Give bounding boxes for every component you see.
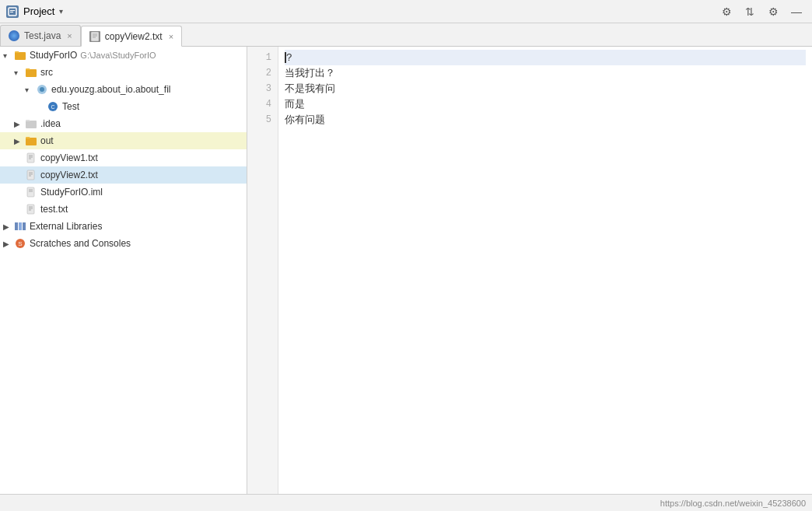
tab-copyview2-txt[interactable]: copyView2.txt × <box>81 26 182 47</box>
svg-rect-14 <box>26 138 37 145</box>
folder-icon-out <box>25 135 37 147</box>
code-editor[interactable]: ? 当我打出？ 不是我有问 而是 你有问题 <box>278 47 812 494</box>
settings-btn[interactable]: ⚙ <box>717 4 736 19</box>
code-text-2: 当我打出？ <box>285 66 335 80</box>
project-icon <box>6 5 19 18</box>
svg-text:S: S <box>18 240 22 247</box>
folder-icon-src <box>25 66 37 79</box>
arrow-out: ▶ <box>14 137 25 145</box>
status-bar: https://blog.csdn.net/weixin_45238600 <box>0 494 812 511</box>
library-icon <box>14 220 26 233</box>
label-test: Test <box>62 101 79 112</box>
sidebar-item-src[interactable]: ▾ src <box>0 64 247 81</box>
sidebar-item-test-java[interactable]: C Test <box>0 98 247 115</box>
label-scratches: Scratches and Consoles <box>30 238 131 249</box>
title-arrow[interactable]: ▾ <box>59 7 63 16</box>
sidebar: ▾ StudyForIO G:\Java\StudyForIO ▾ src ▾ … <box>0 47 247 494</box>
svg-rect-8 <box>26 69 37 77</box>
sidebar-item-iml[interactable]: StudyForIO.iml <box>0 184 247 201</box>
label-copyview1: copyView1.txt <box>40 152 98 163</box>
arrow-studyforio: ▾ <box>3 51 14 60</box>
line-num-3: 3 <box>247 81 278 96</box>
label-src: src <box>40 67 53 78</box>
arrow-scratches: ▶ <box>3 240 14 248</box>
tab-label-test-java: Test.java <box>24 30 61 41</box>
arrow-external-libs: ▶ <box>3 222 14 231</box>
label-idea: .idea <box>40 118 61 129</box>
scratch-icon: S <box>14 237 26 250</box>
code-text-3: 不是我有问 <box>285 82 335 96</box>
editor-area: 1 2 3 4 5 ? 当我打出？ 不是我有问 而是 你有问题 <box>247 47 812 494</box>
sidebar-item-test-txt[interactable]: test.txt <box>0 201 247 218</box>
code-line-1: ? <box>285 50 806 65</box>
path-studyforio: G:\Java\StudyForIO <box>80 51 156 60</box>
title-controls: ⚙ ⇅ ⚙ — <box>717 4 806 19</box>
tab-test-java[interactable]: Test.java × <box>0 25 81 46</box>
svg-point-10 <box>40 87 44 92</box>
label-package: edu.youzg.about_io.about_fil <box>51 84 170 95</box>
code-text-1: ? <box>286 52 292 64</box>
minimize-btn[interactable]: — <box>787 4 806 19</box>
label-iml: StudyForIO.iml <box>40 187 103 198</box>
line-numbers: 1 2 3 4 5 <box>247 47 278 494</box>
gear-btn[interactable]: ⚙ <box>764 4 782 19</box>
label-external-libs: External Libraries <box>30 221 102 232</box>
sidebar-item-scratches[interactable]: ▶ S Scratches and Consoles <box>0 235 247 252</box>
svg-rect-23 <box>27 187 34 197</box>
title-bar: Project ▾ ⚙ ⇅ ⚙ — <box>0 0 812 23</box>
svg-rect-1 <box>10 10 15 11</box>
code-line-2: 当我打出？ <box>285 65 806 81</box>
tab-close-test-java[interactable]: × <box>67 31 72 40</box>
svg-rect-32 <box>23 222 26 230</box>
sidebar-item-external-libs[interactable]: ▶ External Libraries <box>0 218 247 235</box>
svg-rect-15 <box>27 153 34 163</box>
line-num-5: 5 <box>247 112 278 128</box>
svg-rect-3 <box>91 32 99 41</box>
sidebar-item-idea[interactable]: ▶ .idea <box>0 115 247 132</box>
folder-icon-studyforio <box>14 49 26 61</box>
txt-file-icon-1 <box>25 152 37 164</box>
sidebar-item-copyview1[interactable]: copyView1.txt <box>0 149 247 166</box>
label-test-txt: test.txt <box>40 204 68 215</box>
arrow-package: ▾ <box>25 86 36 94</box>
java-icon <box>9 30 19 41</box>
tab-close-copyview2-txt[interactable]: × <box>169 32 173 41</box>
iml-file-icon <box>25 186 37 198</box>
sidebar-item-copyview2[interactable]: copyView2.txt <box>0 166 247 184</box>
sidebar-item-out[interactable]: ▶ out <box>0 132 247 149</box>
svg-rect-2 <box>10 12 13 12</box>
svg-rect-30 <box>15 222 18 230</box>
tab-label-copyview2-txt: copyView2.txt <box>105 31 163 42</box>
java-file-icon: C <box>47 100 59 113</box>
title-text: Project <box>23 5 54 17</box>
code-line-5: 你有问题 <box>285 112 806 128</box>
package-icon <box>36 83 48 96</box>
label-out: out <box>40 135 54 146</box>
main-area: ▾ StudyForIO G:\Java\StudyForIO ▾ src ▾ … <box>0 47 812 494</box>
code-text-5: 你有问题 <box>285 113 325 127</box>
code-line-3: 不是我有问 <box>285 81 806 96</box>
editor-content[interactable]: 1 2 3 4 5 ? 当我打出？ 不是我有问 而是 你有问题 <box>247 47 812 494</box>
txt-file-icon-3 <box>25 203 37 215</box>
line-num-1: 1 <box>247 50 278 65</box>
line-num-4: 4 <box>247 96 278 112</box>
status-text: https://blog.csdn.net/weixin_45238600 <box>660 499 806 508</box>
code-text-4: 而是 <box>285 97 305 111</box>
svg-rect-26 <box>27 205 34 214</box>
label-studyforio: StudyForIO <box>30 50 77 61</box>
tab-bar: Test.java × copyView2.txt × <box>0 23 812 47</box>
sort-btn[interactable]: ⇅ <box>740 4 759 19</box>
label-copyview2: copyView2.txt <box>40 170 98 180</box>
sidebar-item-package[interactable]: ▾ edu.youzg.about_io.about_fil <box>0 81 247 98</box>
arrow-idea: ▶ <box>14 120 25 128</box>
svg-rect-13 <box>26 121 37 128</box>
line-num-2: 2 <box>247 65 278 81</box>
code-line-4: 而是 <box>285 96 806 112</box>
sidebar-item-studyforio[interactable]: ▾ StudyForIO G:\Java\StudyForIO <box>0 47 247 64</box>
folder-icon-idea <box>25 117 37 130</box>
arrow-src: ▾ <box>14 68 25 77</box>
svg-rect-7 <box>15 52 26 60</box>
svg-rect-31 <box>19 222 22 230</box>
txt-file-icon-2 <box>25 169 37 181</box>
svg-rect-19 <box>27 170 34 180</box>
